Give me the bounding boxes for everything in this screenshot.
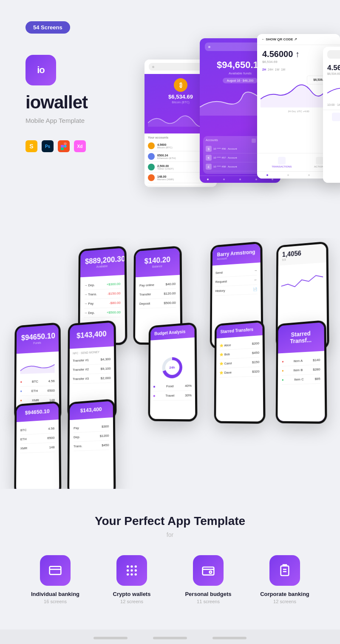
clipboard-icon: [278, 564, 292, 577]
svg-point-15: [127, 573, 129, 576]
personal-budgets-screens: 11 screens: [197, 599, 220, 604]
svg-rect-18: [203, 567, 214, 575]
svg-point-14: [135, 569, 137, 571]
grid-icon: [125, 564, 139, 577]
figma-icon: [58, 140, 70, 152]
mockup-phone-11: $143,400 Pay$300 Dep.$1200 Trans.$450: [67, 399, 116, 489]
corporate-banking-label: Corporate banking: [260, 591, 309, 597]
features-section: Your Perfect App Template for Individual…: [0, 489, 340, 621]
card-icon: [48, 564, 62, 577]
feature-personal-budgets: Personal budgets 11 screens: [174, 555, 242, 604]
svg-point-19: [210, 571, 212, 573]
crypto-wallets-screens: 12 screens: [120, 599, 143, 604]
bottom-bar-item-2: [153, 637, 187, 639]
svg-rect-20: [281, 566, 289, 576]
individual-banking-icon-box: [40, 555, 71, 586]
hero-phone-4: ₿ 4.56000 ↑ $6,534.69 10:00 · 14:00 · 18…: [323, 47, 340, 183]
bottom-bar-item-3: [212, 637, 246, 639]
svg-point-9: [127, 565, 129, 567]
svg-point-10: [130, 565, 133, 567]
phones-grid-section: $889,200.30 Available → Dep.+$300.00 → T…: [0, 238, 340, 489]
svg-point-17: [135, 573, 137, 576]
mockup-phone-7: Budget Analysis 24h ■Food40% ■Travel30%: [148, 322, 197, 422]
features-grid: Individual banking 16 screens Cr: [21, 555, 319, 604]
personal-budgets-label: Personal budgets: [185, 591, 231, 597]
photoshop-icon: Ps: [42, 140, 54, 152]
individual-banking-label: Individual banking: [31, 591, 79, 597]
svg-point-11: [135, 565, 137, 567]
svg-rect-0: [61, 142, 64, 145]
cash-icon: [201, 564, 215, 577]
personal-budgets-icon-box: [193, 555, 224, 586]
crypto-wallets-icon-box: [116, 555, 147, 586]
feature-individual-banking: Individual banking 16 screens: [21, 555, 89, 604]
screens-badge: 54 Screens: [26, 21, 70, 34]
section-for: for: [17, 531, 323, 538]
corporate-banking-screens: 12 screens: [273, 599, 296, 604]
bottom-bar-item-1: [94, 637, 128, 639]
svg-point-16: [130, 573, 133, 576]
svg-point-3: [64, 145, 67, 148]
sketch-icon: S: [26, 140, 37, 152]
svg-point-13: [130, 569, 133, 571]
corporate-banking-icon-box: [269, 555, 300, 586]
xd-icon: Xd: [74, 140, 86, 152]
hero-section: 54 Screens io iowallet Mobile App Templa…: [0, 0, 340, 238]
feature-crypto-wallets: Crypto wallets 12 screens: [98, 555, 166, 604]
mockup-phone-9: Starred Transf... ●Item A$140 ●Item B$28…: [276, 320, 327, 424]
svg-rect-1: [64, 142, 67, 145]
phones-container: $889,200.30 Available → Dep.+$300.00 → T…: [0, 238, 340, 476]
svg-rect-2: [61, 145, 64, 148]
individual-banking-screens: 16 screens: [44, 599, 67, 604]
svg-point-12: [127, 569, 129, 571]
crypto-wallets-label: Crypto wallets: [113, 591, 151, 597]
hero-phones: ₿ $6,534.69 Bitcoin (BTC) Your accounts: [144, 13, 340, 225]
svg-rect-4: [61, 148, 64, 150]
mockup-phone-10: $94650.10 BTC4.56 ETH6500 XMR148: [14, 401, 61, 489]
mockup-phone-8: Starred Transfers ⭐ Alice$200 ⭐ Bob$450 …: [214, 320, 266, 424]
app-icon: io: [26, 55, 56, 85]
section-title: Your Perfect App Template: [17, 514, 323, 528]
feature-corporate-banking: Corporate banking 12 screens: [251, 555, 319, 604]
svg-rect-7: [50, 567, 61, 575]
bottom-bar: [0, 630, 340, 644]
